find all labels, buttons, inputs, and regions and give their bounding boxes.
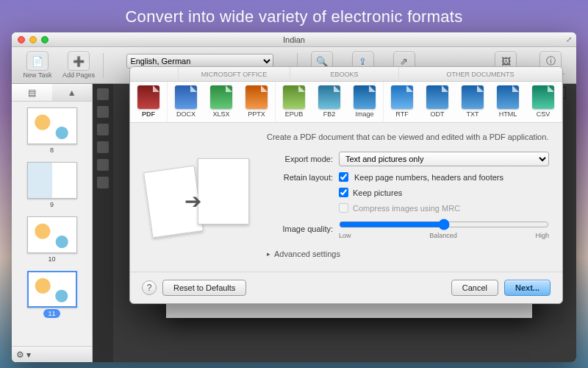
- format-image[interactable]: Image: [349, 85, 380, 118]
- format-description: Create a PDF document that can be viewed…: [267, 132, 549, 143]
- tool-icon[interactable]: [97, 177, 109, 188]
- format-group-office: MICROSOFT OFFICE: [179, 67, 290, 81]
- format-epub[interactable]: EPUB: [279, 85, 309, 118]
- odt-icon: [426, 85, 448, 109]
- annotation-toolbar: [93, 84, 113, 362]
- keep-pictures-label: Keep pictures: [353, 188, 402, 197]
- image-quality-label: Image quality:: [267, 224, 333, 233]
- thumbnail[interactable]: 10: [22, 216, 82, 263]
- thumbnail-number: 9: [46, 200, 58, 209]
- quality-balanced-label: Balanced: [429, 232, 457, 239]
- keep-headers-checkbox[interactable]: [339, 172, 348, 182]
- next-button[interactable]: Next...: [504, 280, 551, 296]
- epub-icon: [283, 85, 305, 109]
- format-pdf[interactable]: PDF: [133, 85, 164, 118]
- format-group-ebooks: EBOOKS: [290, 67, 399, 81]
- docx-icon: [175, 85, 197, 109]
- format-txt[interactable]: TXT: [457, 85, 488, 118]
- quality-low-label: Low: [339, 232, 351, 239]
- thumbnail-number: 10: [43, 255, 60, 263]
- add-pages-icon: ➕: [68, 52, 90, 71]
- quality-high-label: High: [535, 232, 549, 239]
- tool-icon[interactable]: [97, 88, 109, 100]
- new-task-button[interactable]: 📄 New Task: [18, 52, 57, 79]
- retain-layout-label: Retain layout:: [267, 173, 333, 182]
- image-quality-slider[interactable]: [339, 219, 549, 230]
- fullscreen-icon[interactable]: ⤢: [566, 35, 572, 43]
- format-html[interactable]: HTML: [492, 85, 523, 118]
- advanced-settings-disclosure[interactable]: ▸ Advanced settings: [267, 250, 549, 258]
- tool-icon[interactable]: [97, 159, 109, 171]
- format-fb2[interactable]: FB2: [314, 85, 345, 118]
- image-icon: [354, 85, 376, 109]
- rtf-icon: [391, 85, 413, 109]
- keep-pictures-checkbox[interactable]: [339, 188, 348, 197]
- compress-mrc-label: Compress images using MRC: [353, 204, 460, 213]
- xlsx-icon: [210, 85, 232, 109]
- txt-icon: [462, 85, 484, 109]
- new-task-label: New Task: [24, 71, 52, 79]
- arrow-right-icon: ➔: [184, 189, 201, 213]
- titlebar: Indian ⤢: [12, 32, 576, 47]
- thumbnail[interactable]: 11: [22, 271, 82, 318]
- format-odt[interactable]: ODT: [422, 85, 453, 118]
- tool-icon[interactable]: [97, 124, 109, 135]
- add-pages-label: Add Pages: [62, 71, 95, 79]
- add-pages-button[interactable]: ➕ Add Pages: [59, 52, 98, 79]
- promo-caption: Convert into wide variety of electronic …: [0, 7, 588, 26]
- thumbnail-number: 8: [46, 146, 58, 155]
- format-xlsx[interactable]: XLSX: [206, 85, 237, 118]
- chevron-right-icon: ▸: [267, 250, 270, 258]
- window-title: Indian: [12, 35, 576, 44]
- thumbs-tab-warnings[interactable]: ▲: [52, 84, 93, 101]
- export-mode-label: Export mode:: [267, 155, 333, 163]
- thumbnail[interactable]: 9: [22, 162, 82, 209]
- format-pptx[interactable]: PPTX: [241, 85, 272, 118]
- pptx-icon: [245, 85, 268, 109]
- cancel-button[interactable]: Cancel: [451, 280, 498, 296]
- format-group-other: OTHER DOCUMENTS: [399, 67, 562, 81]
- thumbs-tab-pages[interactable]: ▤: [12, 84, 52, 101]
- format-csv[interactable]: CSV: [528, 85, 559, 118]
- thumbnail[interactable]: 8: [22, 107, 82, 155]
- fb2-icon: [318, 85, 340, 109]
- csv-icon: [532, 85, 554, 109]
- thumbnails-sidebar: ▤ ▲ 8 9 10 11 ⚙ ▾: [12, 84, 93, 362]
- pdf-icon: [137, 85, 159, 109]
- new-task-icon: 📄: [26, 52, 49, 71]
- tool-icon[interactable]: [97, 141, 109, 153]
- compress-mrc-checkbox: [339, 203, 348, 213]
- format-docx[interactable]: DOCX: [171, 85, 201, 118]
- keep-headers-label: Keep page numbers, headers and footers: [354, 173, 503, 182]
- thumbnail-number: 11: [43, 309, 60, 318]
- html-icon: [497, 85, 519, 109]
- help-button[interactable]: ?: [142, 280, 157, 295]
- tool-icon[interactable]: [97, 106, 109, 118]
- reset-defaults-button[interactable]: Reset to Defaults: [162, 280, 246, 296]
- format-rtf[interactable]: RTF: [387, 85, 417, 118]
- export-dialog: MICROSOFT OFFICE EBOOKS OTHER DOCUMENTS …: [129, 66, 563, 304]
- export-mode-select[interactable]: Text and pictures only: [339, 152, 549, 166]
- sidebar-settings-button[interactable]: ⚙ ▾: [12, 346, 92, 362]
- export-preview: ➔: [143, 132, 254, 250]
